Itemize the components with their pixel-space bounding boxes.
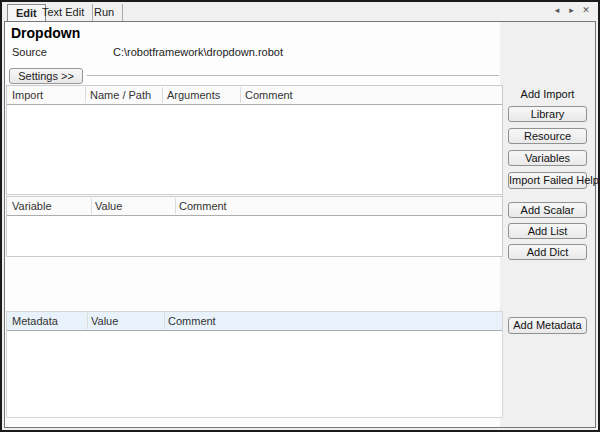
column-header-metadata: Metadata	[12, 315, 58, 327]
tab-run[interactable]: Run	[86, 4, 123, 21]
import-table-body[interactable]	[7, 106, 502, 194]
tab-close-icon[interactable]: ✕	[580, 5, 592, 15]
editor-panel: Dropdown Source C:\robotframework\dropdo…	[4, 21, 596, 428]
column-separator	[85, 87, 86, 103]
resource-button[interactable]: Resource	[508, 128, 587, 144]
column-header-value: Value	[91, 315, 118, 327]
column-separator	[164, 313, 165, 329]
import-table-header: Import Name / Path Arguments Comment	[7, 86, 502, 105]
column-header-variable: Variable	[12, 200, 52, 212]
column-separator	[91, 198, 92, 214]
add-metadata-button[interactable]: Add Metadata	[508, 317, 587, 334]
tab-bar: Edit Text Edit Run ◂ ▸ ✕	[2, 2, 598, 21]
add-import-label: Add Import	[500, 88, 595, 100]
tabs-scroll-right-icon[interactable]: ▸	[565, 5, 577, 15]
column-header-comment: Comment	[168, 315, 216, 327]
import-table: Import Name / Path Arguments Comment	[6, 85, 503, 195]
column-separator	[175, 198, 176, 214]
source-label: Source	[12, 46, 47, 58]
variable-table-body[interactable]	[7, 217, 502, 256]
column-separator	[87, 313, 88, 329]
variables-button[interactable]: Variables	[508, 150, 587, 166]
add-dict-button[interactable]: Add Dict	[508, 244, 587, 260]
column-header-comment: Comment	[245, 89, 293, 101]
column-separator	[240, 87, 241, 103]
variable-table-header: Variable Value Comment	[7, 197, 502, 216]
metadata-table-header: Metadata Value Comment	[7, 312, 502, 331]
metadata-table-body[interactable]	[7, 332, 502, 417]
column-header-import: Import	[12, 89, 43, 101]
column-separator	[162, 87, 163, 103]
metadata-table: Metadata Value Comment	[6, 311, 503, 418]
settings-divider	[87, 75, 499, 76]
variable-table: Variable Value Comment	[6, 196, 503, 257]
tabs-scroll-left-icon[interactable]: ◂	[551, 5, 563, 15]
column-header-name-path: Name / Path	[90, 89, 151, 101]
add-scalar-button[interactable]: Add Scalar	[508, 202, 587, 218]
settings-toggle-button[interactable]: Settings >>	[9, 68, 83, 84]
column-header-comment: Comment	[179, 200, 227, 212]
import-failed-help-button[interactable]: Import Failed Help	[508, 172, 587, 189]
column-header-arguments: Arguments	[167, 89, 220, 101]
page-title: Dropdown	[11, 25, 80, 41]
add-list-button[interactable]: Add List	[508, 223, 587, 239]
column-header-value: Value	[95, 200, 122, 212]
source-path: C:\robotframework\dropdown.robot	[113, 46, 283, 58]
ride-window: Edit Text Edit Run ◂ ▸ ✕ Dropdown Source…	[0, 0, 600, 432]
tab-nav-controls: ◂ ▸ ✕	[551, 5, 592, 15]
tab-text-edit[interactable]: Text Edit	[34, 4, 93, 21]
library-button[interactable]: Library	[508, 106, 587, 122]
